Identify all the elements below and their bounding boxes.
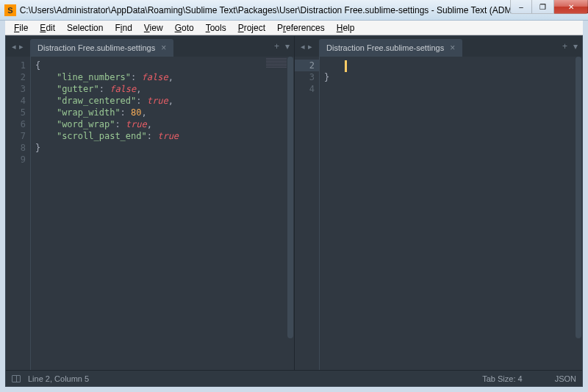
line-number: 6 [21,119,26,129]
pane-right: ◂ ▸ Distraction Free.sublime-settings × … [294,36,582,370]
menu-help[interactable]: Help [331,21,361,35]
tab-label: Distraction Free.sublime-settings [37,43,155,52]
minimap-left[interactable] [266,58,287,68]
tab-menu-icon[interactable]: ▾ [573,41,578,51]
editor-right[interactable]: 2 3 4 } [295,57,582,370]
status-tabsize[interactable]: Tab Size: 4 [482,374,522,383]
new-tab-icon[interactable]: + [274,41,279,51]
pane-left: ◂ ▸ Distraction Free.sublime-settings × … [6,36,294,370]
code-left[interactable]: { "line_numbers": false, "gutter": false… [31,57,294,370]
line-number: 5 [21,107,26,118]
line-number: 3 [309,72,315,82]
line-number: 2 [21,72,26,82]
gutter-left: 1 2 3 4 5 6 7 8 9 [6,57,31,370]
tab-nav-right: ◂ ▸ [296,42,317,51]
menu-tools[interactable]: Tools [200,21,232,35]
menu-goto[interactable]: Goto [169,21,200,35]
close-button[interactable]: ✕ [554,0,588,14]
tabrow-right: ◂ ▸ Distraction Free.sublime-settings × … [295,36,582,57]
tab-close-icon[interactable]: × [161,43,166,53]
scrollbar-left[interactable] [287,57,294,370]
window-titlebar: S C:\Users\Administrator\AppData\Roaming… [0,0,588,21]
app-body: ◂ ▸ Distraction Free.sublime-settings × … [5,35,583,387]
window-controls: – ❐ ✕ [510,0,588,14]
menu-file[interactable]: File [8,21,34,35]
panes-container: ◂ ▸ Distraction Free.sublime-settings × … [6,36,582,370]
menu-bar: File Edit Selection Find View Goto Tools… [5,21,583,35]
menu-preferences[interactable]: Preferences [271,21,331,35]
tab-history-back-icon[interactable]: ◂ [299,42,306,51]
tabrow-right-controls: + ▾ [274,36,290,57]
tab-label: Distraction Free.sublime-settings [326,43,444,52]
tab-close-icon[interactable]: × [450,43,455,53]
tab-right-0[interactable]: Distraction Free.sublime-settings × [319,39,462,57]
line-number: 4 [309,84,315,94]
tabrow-right-controls: + ▾ [562,36,578,57]
tab-history-forward-icon[interactable]: ▸ [18,42,25,51]
menu-view[interactable]: View [138,21,169,35]
tab-history-back-icon[interactable]: ◂ [10,42,18,51]
app-icon: S [4,4,16,16]
gutter-right: 2 3 4 [295,57,320,370]
line-number: 3 [21,84,26,94]
line-number: 4 [21,96,26,106]
maximize-button[interactable]: ❐ [532,0,554,14]
scrollbar-thumb[interactable] [576,57,581,338]
new-tab-icon[interactable]: + [562,41,567,51]
menu-selection[interactable]: Selection [61,21,109,35]
status-bar: Line 2, Column 5 Tab Size: 4 JSON [6,370,582,386]
tab-history-forward-icon[interactable]: ▸ [306,42,314,51]
line-number: 7 [21,131,26,141]
menu-find[interactable]: Find [109,21,137,35]
tab-menu-icon[interactable]: ▾ [285,41,290,51]
code-right[interactable]: } [320,57,582,370]
text-cursor [345,61,346,71]
scrollbar-right[interactable] [575,57,582,370]
line-number: 9 [21,154,26,165]
menu-project[interactable]: Project [232,21,271,35]
tab-nav-left: ◂ ▸ [7,42,28,51]
status-position[interactable]: Line 2, Column 5 [28,374,89,383]
tabrow-left: ◂ ▸ Distraction Free.sublime-settings × … [6,36,294,57]
minimize-button[interactable]: – [510,0,532,14]
window-title: C:\Users\Administrator\AppData\Roaming\S… [20,5,588,15]
panel-switcher-icon[interactable] [12,375,21,382]
scrollbar-thumb[interactable] [287,57,293,338]
line-number: 8 [21,143,26,153]
tab-left-0[interactable]: Distraction Free.sublime-settings × [30,39,173,57]
line-number: 1 [21,60,26,71]
status-syntax[interactable]: JSON [555,374,576,383]
editor-left[interactable]: 1 2 3 4 5 6 7 8 9 { "line_numbers": fals… [6,57,294,370]
menu-edit[interactable]: Edit [34,21,61,35]
line-number: 2 [295,60,319,71]
